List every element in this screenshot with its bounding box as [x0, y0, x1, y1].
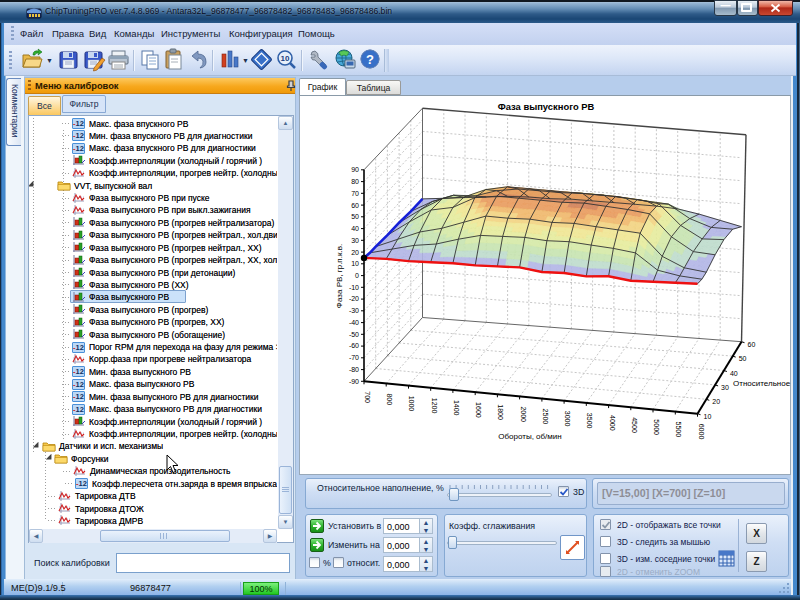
- svg-text:4500: 4500: [631, 417, 638, 433]
- svg-text:1600: 1600: [475, 402, 482, 418]
- svg-text:1000: 1000: [408, 396, 415, 412]
- svg-text:40: 40: [730, 370, 738, 377]
- svg-text:700: 700: [364, 391, 371, 403]
- svg-text:60: 60: [351, 202, 359, 209]
- svg-text:Фаза РВ, гр.п.к.в.: Фаза РВ, гр.п.к.в.: [335, 244, 344, 308]
- svg-text:1800: 1800: [497, 404, 504, 420]
- svg-text:3500: 3500: [586, 413, 593, 429]
- svg-text:10: 10: [281, 54, 290, 63]
- svg-text:10: 10: [704, 413, 712, 420]
- svg-text:40: 40: [351, 225, 359, 232]
- svg-text:800: 800: [386, 393, 393, 405]
- svg-text:1200: 1200: [431, 398, 438, 414]
- svg-text:30: 30: [721, 384, 729, 391]
- svg-text:-80: -80: [349, 366, 359, 373]
- svg-text:10: 10: [351, 260, 359, 267]
- svg-text:-50: -50: [349, 331, 359, 338]
- svg-text:-20: -20: [349, 295, 359, 302]
- svg-text:0: 0: [355, 272, 359, 279]
- svg-text:4000: 4000: [609, 415, 616, 431]
- svg-text:-10: -10: [349, 284, 359, 291]
- svg-text:Относительное нап: Относительное нап: [733, 379, 791, 388]
- svg-text:50: 50: [351, 213, 359, 220]
- svg-text:3000: 3000: [564, 411, 571, 427]
- svg-text:2500: 2500: [542, 409, 549, 425]
- svg-text:60: 60: [748, 341, 756, 348]
- svg-text:20: 20: [351, 249, 359, 256]
- svg-text:90: 90: [351, 166, 359, 173]
- svg-text:1400: 1400: [453, 400, 460, 416]
- svg-text:5000: 5000: [653, 419, 660, 435]
- svg-text:5500: 5500: [675, 422, 682, 438]
- svg-text:-40: -40: [349, 319, 359, 326]
- svg-text:30: 30: [351, 237, 359, 244]
- svg-text:2000: 2000: [520, 406, 527, 422]
- svg-text:6000: 6000: [698, 424, 705, 440]
- svg-text:?: ?: [366, 52, 374, 67]
- svg-text:50: 50: [739, 355, 747, 362]
- svg-text:-70: -70: [349, 354, 359, 361]
- svg-text:-90: -90: [349, 378, 359, 385]
- svg-text:Фаза выпускного РВ: Фаза выпускного РВ: [498, 101, 595, 112]
- svg-text:-30: -30: [349, 307, 359, 314]
- svg-text:-60: -60: [349, 342, 359, 349]
- svg-text:70: 70: [351, 190, 359, 197]
- svg-text:Обороты, об/мин: Обороты, об/мин: [498, 432, 561, 441]
- svg-text:20: 20: [712, 398, 720, 405]
- svg-text:80: 80: [351, 178, 359, 185]
